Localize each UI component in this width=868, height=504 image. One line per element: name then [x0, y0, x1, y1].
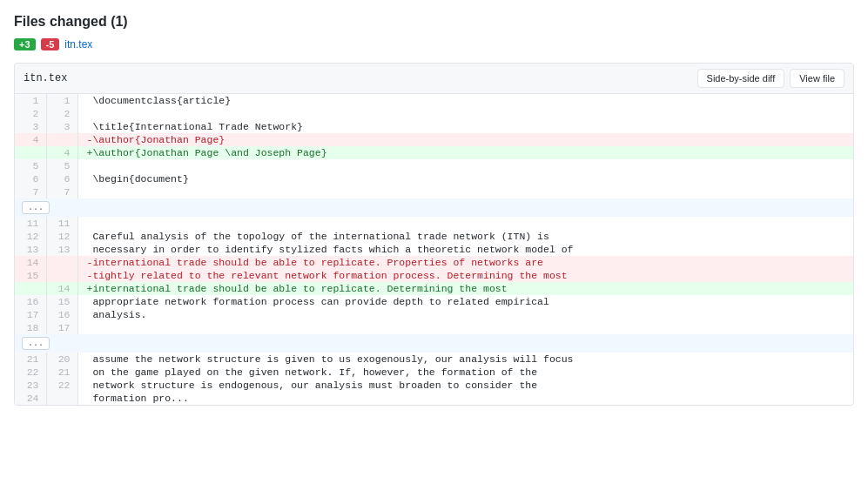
line-content: assume the network structure is given to…	[77, 353, 853, 366]
line-content	[77, 185, 853, 198]
table-row: 4 -\author{Jonathan Page}	[15, 133, 853, 146]
table-row: 12 12 Careful analysis of the topology o…	[15, 230, 853, 243]
page-container: Files changed (1) +3 -5 itn.tex itn.tex …	[0, 0, 868, 420]
line-content: formation pro...	[77, 392, 853, 405]
files-changed-title: Files changed (1)	[14, 14, 854, 30]
table-row: 23 22 network structure is endogenous, o…	[15, 379, 853, 392]
old-line-num: 14	[15, 256, 46, 269]
line-content: \documentclass{article}	[77, 94, 853, 107]
old-line-num: 22	[15, 366, 46, 379]
diff-container: itn.tex Side-by-side diff View file 1 1 …	[14, 63, 854, 406]
new-line-num	[46, 269, 77, 282]
old-line-num: 1	[15, 94, 46, 107]
table-row: 5 5	[15, 159, 853, 172]
diff-header-actions: Side-by-side diff View file	[697, 69, 844, 88]
old-line-num: 23	[15, 379, 46, 392]
table-row: 14 -international trade should be able t…	[15, 256, 853, 269]
old-line-num: 2	[15, 107, 46, 120]
line-content: -tightly related to the relevant network…	[77, 269, 853, 282]
new-line-num: 6	[46, 172, 77, 185]
hunk-expand-button[interactable]: ...	[22, 337, 50, 350]
hunk-row: ...	[15, 334, 853, 353]
new-line-num: 22	[46, 379, 77, 392]
line-content	[77, 159, 853, 172]
old-line-num: 4	[15, 133, 46, 146]
line-content: network structure is endogenous, our ana…	[77, 379, 853, 392]
old-line-num: 6	[15, 172, 46, 185]
table-row: 3 3 \title{International Trade Network}	[15, 120, 853, 133]
old-line-num: 17	[15, 308, 46, 321]
new-line-num: 15	[46, 295, 77, 308]
old-line-num: 7	[15, 185, 46, 198]
line-content: on the game played on the given network.…	[77, 366, 853, 379]
old-line-num: 13	[15, 243, 46, 256]
view-file-button[interactable]: View file	[790, 69, 844, 88]
line-content	[77, 217, 853, 230]
hunk-row: ...	[15, 198, 853, 217]
badge-removed: -5	[41, 38, 60, 50]
old-line-num: 3	[15, 120, 46, 133]
table-row: 6 6 \begin{document}	[15, 172, 853, 185]
line-content: +international trade should be able to r…	[77, 282, 853, 295]
file-summary-bar: +3 -5 itn.tex	[14, 38, 854, 50]
table-row: 24 formation pro...	[15, 392, 853, 405]
table-row: 16 15 appropriate network formation proc…	[15, 295, 853, 308]
line-content: -international trade should be able to r…	[77, 256, 853, 269]
new-line-num: 20	[46, 353, 77, 366]
old-line-num: 16	[15, 295, 46, 308]
new-line-num: 12	[46, 230, 77, 243]
table-row: 21 20 assume the network structure is gi…	[15, 353, 853, 366]
new-line-num	[46, 256, 77, 269]
hunk-expand-button[interactable]: ...	[22, 201, 50, 214]
line-content: \begin{document}	[77, 172, 853, 185]
new-line-num: 14	[46, 282, 77, 295]
table-row: 11 11	[15, 217, 853, 230]
old-line-num: 5	[15, 159, 46, 172]
side-by-side-button[interactable]: Side-by-side diff	[697, 69, 785, 88]
line-content	[77, 107, 853, 120]
old-line-num: 11	[15, 217, 46, 230]
old-line-num: 12	[15, 230, 46, 243]
new-line-num: 16	[46, 308, 77, 321]
diff-filename: itn.tex	[24, 72, 67, 84]
diff-header: itn.tex Side-by-side diff View file	[15, 64, 853, 94]
table-row: 18 17	[15, 321, 853, 334]
new-line-num: 1	[46, 94, 77, 107]
old-line-num	[15, 146, 46, 159]
line-content: +\author{Jonathan Page \and Joseph Page}	[77, 146, 853, 159]
diff-table: 1 1 \documentclass{article} 2 2 3 3 \tit…	[15, 94, 853, 405]
new-line-num: 13	[46, 243, 77, 256]
new-line-num: 11	[46, 217, 77, 230]
file-link[interactable]: itn.tex	[64, 38, 92, 50]
new-line-num: 7	[46, 185, 77, 198]
new-line-num: 3	[46, 120, 77, 133]
line-content	[77, 321, 853, 334]
table-row: 1 1 \documentclass{article}	[15, 94, 853, 107]
line-content: \title{International Trade Network}	[77, 120, 853, 133]
line-content: necessary in order to identify stylized …	[77, 243, 853, 256]
new-line-num: 4	[46, 146, 77, 159]
old-line-num: 21	[15, 353, 46, 366]
old-line-num: 18	[15, 321, 46, 334]
table-row: 14 +international trade should be able t…	[15, 282, 853, 295]
line-content: analysis.	[77, 308, 853, 321]
table-row: 7 7	[15, 185, 853, 198]
old-line-num	[15, 282, 46, 295]
old-line-num: 15	[15, 269, 46, 282]
table-row: 4 +\author{Jonathan Page \and Joseph Pag…	[15, 146, 853, 159]
table-row: 22 21 on the game played on the given ne…	[15, 366, 853, 379]
line-content: -\author{Jonathan Page}	[77, 133, 853, 146]
old-line-num: 24	[15, 392, 46, 405]
badge-added: +3	[14, 38, 36, 50]
new-line-num	[46, 392, 77, 405]
table-row: 17 16 analysis.	[15, 308, 853, 321]
table-row: 15 -tightly related to the relevant netw…	[15, 269, 853, 282]
table-row: 13 13 necessary in order to identify sty…	[15, 243, 853, 256]
new-line-num: 21	[46, 366, 77, 379]
new-line-num: 17	[46, 321, 77, 334]
line-content: appropriate network formation process ca…	[77, 295, 853, 308]
table-row: 2 2	[15, 107, 853, 120]
new-line-num	[46, 133, 77, 146]
line-content: Careful analysis of the topology of the …	[77, 230, 853, 243]
new-line-num: 5	[46, 159, 77, 172]
